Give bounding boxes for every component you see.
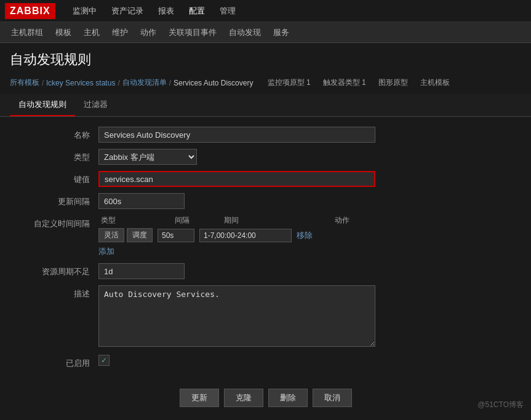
- tab-filter[interactable]: 过滤器: [75, 94, 116, 116]
- snav-trigger-event[interactable]: 关联项目事件: [162, 22, 223, 43]
- label-name: 名称: [12, 127, 98, 141]
- snav-host[interactable]: 主机: [78, 22, 106, 43]
- input-nodata[interactable]: [98, 263, 185, 279]
- form-row-interval: 更新间隔: [12, 193, 519, 209]
- remove-link[interactable]: 移除: [297, 230, 313, 241]
- textarea-desc[interactable]: [98, 285, 375, 347]
- label-interval: 更新间隔: [12, 193, 98, 207]
- cancel-button[interactable]: 取消: [313, 389, 352, 407]
- add-interval-link[interactable]: 添加: [98, 247, 114, 256]
- breadcrumb-sep3: /: [169, 79, 171, 87]
- select-type[interactable]: Zabbix 客户端: [98, 149, 197, 165]
- breadcrumb-tab-monitor[interactable]: 监控项原型 1: [263, 76, 316, 89]
- top-nav: ZABBIX 监测中 资产记录 报表 配置 管理: [0, 0, 531, 22]
- breadcrumb-sep1: /: [42, 79, 44, 87]
- delete-button[interactable]: 删除: [268, 389, 308, 407]
- enabled-checkbox[interactable]: ✓: [98, 355, 110, 366]
- col-header-type: 类型: [101, 215, 175, 226]
- control-nodata: [98, 263, 519, 279]
- input-key[interactable]: [98, 171, 375, 187]
- col-header-action: 动作: [335, 215, 372, 226]
- breadcrumb-lckey[interactable]: lckey Services status: [46, 79, 115, 87]
- nav-config[interactable]: 配置: [182, 1, 212, 22]
- breadcrumb-tab-trigger[interactable]: 触发器类型 1: [318, 76, 371, 89]
- snav-template[interactable]: 模板: [49, 22, 78, 43]
- control-type: Zabbix 客户端: [98, 149, 519, 165]
- control-desc: [98, 285, 519, 349]
- watermark: @51CTO博客: [477, 400, 524, 410]
- form-row-desc: 描述: [12, 285, 519, 349]
- breadcrumb-current: Services Auto Discovery: [174, 79, 253, 87]
- snav-service[interactable]: 服务: [267, 22, 295, 43]
- snav-autodiscover[interactable]: 自动发现: [223, 22, 267, 43]
- tag-flexible: 灵活: [98, 228, 124, 242]
- nav-assets[interactable]: 资产记录: [104, 1, 151, 22]
- label-desc: 描述: [12, 285, 98, 299]
- control-key: [98, 171, 519, 187]
- interval-tags: 灵活 调度: [98, 228, 153, 242]
- main-content: 名称 类型 Zabbix 客户端 键值 更新间隔 自定义时间间隔 类: [0, 117, 531, 420]
- input-name[interactable]: [98, 127, 375, 143]
- label-key: 键值: [12, 171, 98, 185]
- btn-bar: 更新 克隆 删除 取消: [12, 381, 519, 414]
- nav-monitor[interactable]: 监测中: [65, 1, 104, 22]
- check-icon: ✓: [101, 356, 107, 365]
- interval-value-input[interactable]: [158, 229, 194, 242]
- nav-admin[interactable]: 管理: [212, 1, 243, 22]
- col-header-period: 期间: [224, 215, 335, 226]
- label-enabled: 已启用: [12, 355, 98, 369]
- breadcrumb: 所有模板 / lckey Services status / 自动发现清单 / …: [0, 74, 531, 94]
- input-interval[interactable]: [98, 193, 185, 209]
- breadcrumb-tab-graph[interactable]: 图形原型: [373, 76, 413, 89]
- label-custom-interval: 自定义时间间隔: [12, 215, 98, 229]
- nav-report[interactable]: 报表: [151, 1, 182, 22]
- add-interval-wrap: 添加: [98, 246, 519, 257]
- interval-headers: 类型 间隔 期间 动作: [98, 215, 519, 226]
- form-row-name: 名称: [12, 127, 519, 143]
- page-title-bar: 自动发现规则: [0, 43, 531, 74]
- interval-period-input[interactable]: [199, 229, 292, 242]
- breadcrumb-all-templates[interactable]: 所有模板: [10, 77, 39, 88]
- tab-discovery-rule[interactable]: 自动发现规则: [10, 94, 75, 116]
- label-nodata: 资源周期不足: [12, 263, 98, 277]
- second-nav: 主机群组 模板 主机 维护 动作 关联项目事件 自动发现 服务: [0, 22, 531, 43]
- breadcrumb-sep2: /: [118, 79, 119, 87]
- control-custom-interval: 类型 间隔 期间 动作 灵活 调度 移除 添加: [98, 215, 519, 257]
- col-header-interval: 间隔: [175, 215, 224, 226]
- label-type: 类型: [12, 149, 98, 163]
- clone-button[interactable]: 克隆: [224, 389, 263, 407]
- form-row-enabled: 已启用 ✓: [12, 355, 519, 369]
- snav-hostgroup[interactable]: 主机群组: [5, 22, 49, 43]
- form-row-key: 键值: [12, 171, 519, 187]
- logo: ZABBIX: [5, 3, 55, 19]
- breadcrumb-tab-hosttemplate[interactable]: 主机模板: [415, 76, 455, 89]
- snav-action[interactable]: 动作: [134, 22, 162, 43]
- breadcrumb-discovery-list[interactable]: 自动发现清单: [122, 77, 167, 88]
- page-title: 自动发现规则: [10, 50, 521, 69]
- form-row-type: 类型 Zabbix 客户端: [12, 149, 519, 165]
- tag-schedule: 调度: [127, 228, 153, 242]
- control-enabled: ✓: [98, 355, 519, 366]
- tabs-bar: 自动发现规则 过滤器: [0, 94, 531, 117]
- snav-maintain[interactable]: 维护: [106, 22, 134, 43]
- form-row-nodata: 资源周期不足: [12, 263, 519, 279]
- form-row-custom-interval: 自定义时间间隔 类型 间隔 期间 动作 灵活 调度 移除 添加: [12, 215, 519, 257]
- interval-row: 灵活 调度 移除: [98, 228, 519, 242]
- update-button[interactable]: 更新: [180, 389, 219, 407]
- control-name: [98, 127, 519, 143]
- control-interval: [98, 193, 519, 209]
